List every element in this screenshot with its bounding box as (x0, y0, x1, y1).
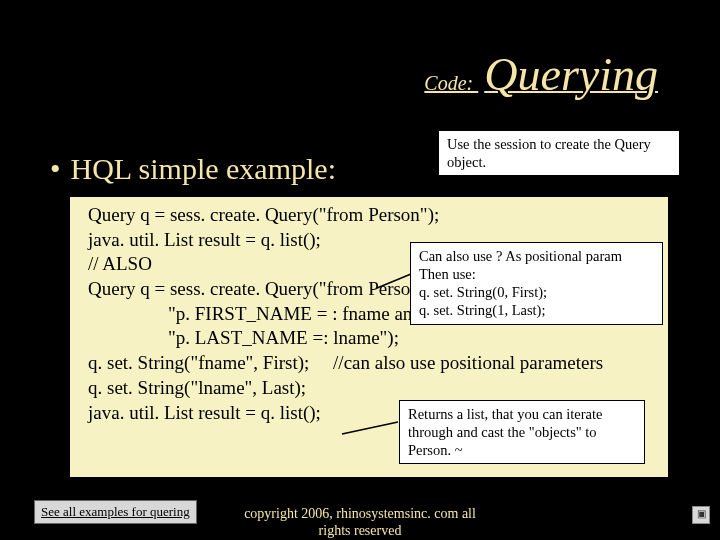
callout-text: Can also use ? As positional param (419, 247, 654, 265)
callout-text: q. set. String(1, Last); (419, 301, 654, 319)
code-line: Query q = sess. create. Query("from Pers… (88, 203, 658, 228)
callout-session: Use the session to create the Query obje… (438, 130, 680, 176)
callout-positional: Can also use ? As positional param Then … (410, 242, 663, 325)
corner-badge-icon: ▣ (692, 506, 710, 524)
slide-title: Code: Querying (424, 48, 658, 101)
bullet-dot-icon: • (50, 152, 61, 185)
see-examples-link[interactable]: See all examples for quering (34, 500, 197, 524)
callout-text: Then use: (419, 265, 654, 283)
title-small: Code: (424, 72, 478, 94)
link-label: See all examples for quering (41, 504, 190, 519)
code-line: q. set. String("fname", First); //can al… (88, 351, 658, 376)
connector-line-icon (360, 160, 440, 190)
callout-text: q. set. String(0, First); (419, 283, 654, 301)
callout-returns-list: Returns a list, that you can iterate thr… (399, 400, 645, 464)
code-line: q. set. String("lname", Last); (88, 376, 658, 401)
copyright-text: copyright 2006, rhinosystemsinc. com all… (240, 506, 480, 540)
bullet-text: HQL simple example: (71, 152, 337, 185)
title-big: Querying (484, 49, 658, 100)
svg-line-0 (362, 162, 438, 186)
callout-text: Returns a list, that you can iterate thr… (408, 406, 602, 458)
bullet-row: •HQL simple example: (50, 152, 336, 185)
code-line: "p. LAST_NAME =: lname"); (88, 326, 658, 351)
callout-text: Use the session to create the Query obje… (447, 136, 651, 170)
